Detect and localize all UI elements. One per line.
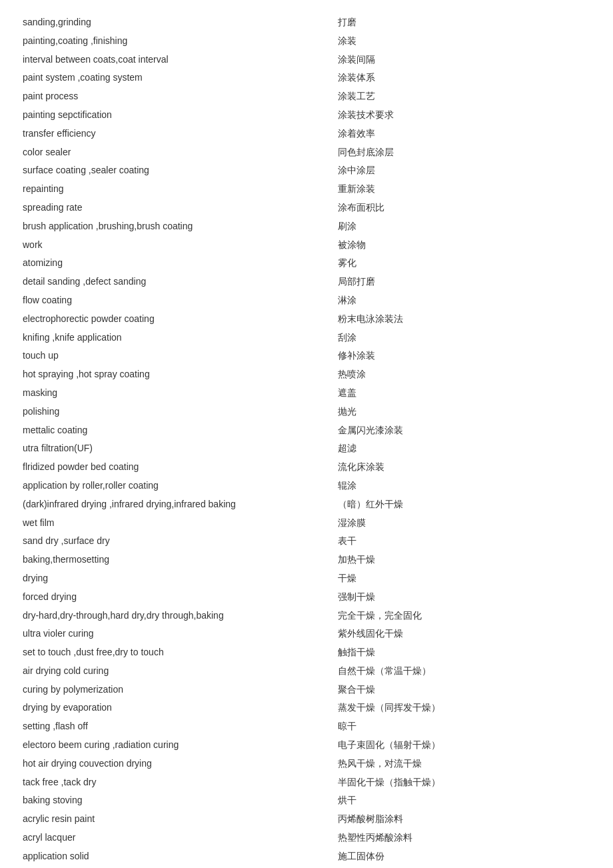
table-row: electoro beem curing ,radiation curing电子… [20,736,593,755]
table-row: tack free ,tack dry半固化干燥（指触干燥） [20,773,593,792]
table-row: painting,coating ,finishing涂装 [20,32,593,51]
chinese-term: 辊涂 [335,477,593,495]
chinese-term: 聚合干燥 [335,681,593,699]
table-row: polishing抛光 [20,403,593,421]
chinese-term: 施工固体份 [335,847,593,866]
table-row: utra filtration(UF)超滤 [20,439,593,458]
chinese-term: 修补涂装 [335,347,593,365]
english-term: sand dry ,surface dry [20,532,335,551]
table-row: baking stoving烘干 [20,791,593,810]
english-term: surface coating ,sealer coating [20,161,335,180]
table-row: interval between coats,coat interval涂装间隔 [20,51,593,69]
english-term: atomizing [20,254,335,273]
table-row: paint process涂装工艺 [20,87,593,106]
english-term: (dark)infrared drying ,infrared drying,i… [20,495,335,514]
chinese-term: 电子束固化（辐射干燥） [335,736,593,755]
table-row: color sealer同色封底涂层 [20,143,593,162]
english-term: acrylic resin paint [20,810,335,829]
chinese-term: 重新涂装 [335,180,593,199]
table-row: ultra violer curing紫外线固化干燥 [20,625,593,643]
english-term: curing by polymerization [20,681,335,699]
english-term: ultra violer curing [20,625,335,643]
glossary-table: sanding,grinding打磨painting,coating ,fini… [20,13,593,868]
chinese-term: 强制干燥 [335,588,593,607]
chinese-term: 烘干 [335,791,593,810]
chinese-term: 遮盖 [335,384,593,403]
english-term: acryl lacquer [20,829,335,847]
table-row: baking,thermosetting加热干燥 [20,551,593,569]
chinese-term: 紫外线固化干燥 [335,625,593,643]
chinese-term: 涂装工艺 [335,87,593,106]
english-term: paint process [20,87,335,106]
table-row: application solid施工固体份 [20,847,593,866]
table-row: repainting重新涂装 [20,180,593,199]
table-row: spreading rate涂布面积比 [20,199,593,217]
english-term: mettalic coating [20,421,335,440]
english-term: polishing [20,403,335,421]
table-row: paint system ,coating system涂装体系 [20,69,593,87]
table-row: application by roller,roller coating辊涂 [20,477,593,495]
table-row: acrylic resin paint丙烯酸树脂涂料 [20,810,593,829]
chinese-term: 涂中涂层 [335,161,593,180]
english-term: electoro beem curing ,radiation curing [20,736,335,755]
table-row: drying by evaporation蒸发干燥（同挥发干燥） [20,699,593,717]
english-term: set to touch ,dust free,dry to touch [20,643,335,662]
english-term: paint system ,coating system [20,69,335,87]
english-term: baking stoving [20,791,335,810]
chinese-term: 自然干燥（常温干燥） [335,662,593,681]
chinese-term: 刮涂 [335,329,593,347]
table-row: hot spraying ,hot spray coating热喷涂 [20,365,593,384]
english-term: tack free ,tack dry [20,773,335,792]
chinese-term: 涂布面积比 [335,199,593,217]
chinese-term: 被涂物 [335,236,593,255]
chinese-term: 流化床涂装 [335,458,593,477]
english-term: flow coating [20,291,335,310]
english-term: amine content [20,866,335,868]
english-term: knifing ,knife application [20,329,335,347]
chinese-term: 涂装 [335,32,593,51]
english-term: detail sanding ,defect sanding [20,273,335,291]
chinese-term: 刷涂 [335,217,593,236]
table-row: drying干燥 [20,569,593,588]
chinese-term: 局部打磨 [335,273,593,291]
english-term: hot air drying couvection drying [20,755,335,773]
english-term: setting ,flash off [20,717,335,736]
chinese-term: 淋涂 [335,291,593,310]
chinese-term: 涂装技术要求 [335,106,593,125]
table-row: masking遮盖 [20,384,593,403]
english-term: electrophorectic powder coating [20,310,335,329]
table-row: set to touch ,dust free,dry to touch触指干燥 [20,643,593,662]
english-term: work [20,236,335,255]
table-row: touch up修补涂装 [20,347,593,365]
chinese-term: 超滤 [335,439,593,458]
chinese-term: 雾化 [335,254,593,273]
table-row: forced drying强制干燥 [20,588,593,607]
table-row: mettalic coating金属闪光漆涂装 [20,421,593,440]
chinese-term: 半固化干燥（指触干燥） [335,773,593,792]
table-row: transfer efficiency涂着效率 [20,125,593,143]
english-term: application solid [20,847,335,866]
english-term: brush application ,brushing,brush coatin… [20,217,335,236]
english-term: hot spraying ,hot spray coating [20,365,335,384]
chinese-term: 表干 [335,532,593,551]
english-term: color sealer [20,143,335,162]
english-term: air drying cold curing [20,662,335,681]
chinese-term: 同色封底涂层 [335,143,593,162]
table-row: air drying cold curing自然干燥（常温干燥） [20,662,593,681]
english-term: baking,thermosetting [20,551,335,569]
chinese-term: 触指干燥 [335,643,593,662]
table-row: (dark)infrared drying ,infrared drying,i… [20,495,593,514]
table-row: surface coating ,sealer coating涂中涂层 [20,161,593,180]
english-term: repainting [20,180,335,199]
chinese-term: 热塑性丙烯酸涂料 [335,829,593,847]
english-term: drying [20,569,335,588]
table-row: work被涂物 [20,236,593,255]
english-term: wet film [20,514,335,533]
chinese-term: 打磨 [335,13,593,32]
chinese-term: 涂装间隔 [335,51,593,69]
english-term: masking [20,384,335,403]
english-term: application by roller,roller coating [20,477,335,495]
table-row: detail sanding ,defect sanding局部打磨 [20,273,593,291]
english-term: flridized powder bed coating [20,458,335,477]
english-term: utra filtration(UF) [20,439,335,458]
